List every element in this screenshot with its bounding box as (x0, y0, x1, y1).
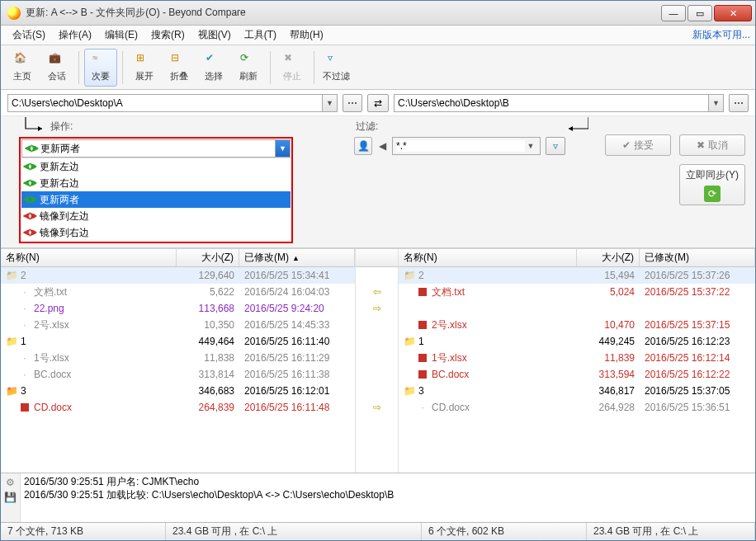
menu-tools[interactable]: 工具(T) (238, 26, 283, 44)
swap-button[interactable]: ⇄ (367, 94, 389, 112)
table-row[interactable]: 📁215,4942016/5/25 15:37:26 (399, 267, 755, 284)
table-row[interactable]: 📁1449,2452016/5/25 16:12:23 (399, 333, 755, 350)
right-browse-button[interactable]: ⋯ (729, 94, 749, 112)
table-row[interactable]: ·BC.docx313,8142016/5/25 16:11:38 (1, 366, 355, 383)
select-icon: ✔ (206, 52, 222, 68)
direction-indicator (356, 317, 398, 333)
tool-refresh[interactable]: ⟳刷新 (232, 49, 265, 87)
file-icon (417, 353, 428, 363)
tool-session[interactable]: 💼会话 (40, 49, 73, 87)
arrow-decoration (564, 117, 588, 135)
table-row[interactable]: 📁2129,6402016/5/25 15:34:41 (1, 267, 355, 284)
table-row[interactable]: ·22.png113,6682016/5/25 9:24:20 (1, 300, 355, 317)
arrows-icon: ⮜⮞ (23, 226, 36, 239)
dropdown-icon[interactable]: ▼ (323, 94, 338, 112)
arrows-icon: ⮜⮞ (23, 193, 36, 206)
right-path-field[interactable]: ▼ (394, 94, 724, 112)
wave-icon: ≈ (92, 52, 109, 68)
left-path-field[interactable]: ▼ (7, 94, 338, 112)
log-area: ⚙ 💾 2016/5/30 9:25:51 用户名: CJMKT\echo 20… (1, 473, 755, 522)
right-rows[interactable]: 📁215,4942016/5/25 15:37:26文档.txt5,024201… (399, 267, 755, 473)
maximize-button[interactable]: ▭ (687, 5, 712, 21)
file-icon: · (19, 320, 31, 330)
table-row[interactable]: ·2号.xlsx10,3502016/5/25 14:45:33 (1, 317, 355, 333)
new-version-link[interactable]: 新版本可用... (692, 28, 750, 42)
chevron-down-icon[interactable]: ▼ (275, 140, 290, 157)
left-browse-button[interactable]: ⋯ (343, 94, 362, 112)
status-left-disk: 23.4 GB 可用 , 在 C:\ 上 (166, 523, 422, 540)
table-row[interactable]: 📁1449,4642016/5/25 16:11:40 (1, 333, 355, 350)
status-left-files: 7 个文件, 713 KB (1, 523, 166, 540)
disk-icon[interactable]: 💾 (4, 492, 17, 503)
col-modified[interactable]: 已修改(M) (640, 249, 755, 266)
filter-input[interactable] (396, 140, 525, 152)
right-path-input[interactable] (394, 94, 709, 112)
tool-nofilter[interactable]: ▿不过滤 (319, 49, 352, 87)
col-modified[interactable]: 已修改(M)▲ (239, 249, 355, 266)
cancel-button[interactable]: ✖取消 (679, 134, 745, 156)
tool-select[interactable]: ✔选择 (197, 49, 230, 87)
lists-area: 名称(N) 大小(Z) 已修改(M)▲ 📁2129,6402016/5/25 1… (1, 248, 755, 473)
table-row[interactable]: 1号.xlsx11,8392016/5/25 16:12:14 (399, 350, 755, 366)
check-icon: ✔ (622, 139, 631, 151)
table-row[interactable]: BC.docx313,5942016/5/25 16:12:22 (399, 366, 755, 383)
left-pane: 名称(N) 大小(Z) 已修改(M)▲ 📁2129,6402016/5/25 1… (1, 249, 356, 473)
table-row[interactable] (399, 300, 755, 317)
tool-expand[interactable]: ⊞展开 (128, 49, 161, 87)
left-path-input[interactable] (7, 94, 323, 112)
sync-now-label: 立即同步(Y) (686, 168, 739, 182)
table-row[interactable]: CD.docx264,8392016/5/25 16:11:48 (1, 399, 355, 416)
close-button[interactable]: ✕ (714, 5, 752, 21)
separator (122, 51, 123, 84)
middle-pane: ⇦⇨⇨ (356, 249, 399, 473)
separator (270, 51, 271, 84)
col-name[interactable]: 名称(N) (399, 249, 577, 266)
x-icon: ✖ (697, 139, 705, 151)
menu-view[interactable]: 视图(V) (191, 26, 238, 44)
option-mirror-right[interactable]: ⮜⮞镜像到右边 (21, 224, 291, 241)
user-icon-button[interactable]: 👤 (354, 137, 372, 155)
minimize-button[interactable]: — (661, 5, 686, 21)
tool-home[interactable]: 🏠主页 (6, 49, 39, 87)
table-row[interactable]: 📁3346,8172016/5/25 15:37:05 (399, 383, 755, 399)
filter-input-box[interactable]: ▼ (392, 137, 541, 155)
menu-help[interactable]: 帮助(H) (283, 26, 330, 44)
menu-search[interactable]: 搜索(R) (144, 26, 191, 44)
col-size[interactable]: 大小(Z) (577, 249, 640, 266)
gear-icon[interactable]: ⚙ (6, 477, 15, 488)
action-combobox[interactable]: ⮜⮞ 更新两者 ▼ (21, 139, 291, 158)
log-lines[interactable]: 2016/5/30 9:25:51 用户名: CJMKT\echo 2016/5… (21, 473, 755, 522)
table-row[interactable]: 文档.txt5,0242016/5/25 15:37:22 (399, 284, 755, 300)
sync-now-button[interactable]: 立即同步(Y) ⟳ (679, 164, 745, 205)
tool-collapse[interactable]: ⊟折叠 (163, 49, 196, 87)
option-mirror-left[interactable]: ⮜⮞镜像到左边 (21, 208, 291, 224)
expand-icon: ⊞ (136, 52, 153, 68)
tool-secondary[interactable]: ≈次要 (84, 49, 117, 87)
file-icon: · (417, 402, 428, 412)
option-update-right[interactable]: ⮜⮞更新右边 (21, 175, 291, 191)
col-name[interactable]: 名称(N) (1, 249, 177, 266)
chevron-down-icon[interactable]: ▼ (525, 142, 536, 150)
swap-icon: ⇄ (374, 97, 382, 109)
table-row[interactable]: ·1号.xlsx11,8382016/5/25 16:11:29 (1, 350, 355, 366)
menu-session[interactable]: 会话(S) (6, 26, 52, 44)
left-rows[interactable]: 📁2129,6402016/5/25 15:34:41·文档.txt5,6222… (1, 267, 355, 473)
col-size[interactable]: 大小(Z) (177, 249, 239, 266)
table-row[interactable]: ·文档.txt5,6222016/5/24 16:04:03 (1, 284, 355, 300)
table-row[interactable]: ·CD.docx264,9282016/5/25 15:36:51 (399, 399, 755, 416)
table-row[interactable]: 📁3346,6832016/5/25 16:12:01 (1, 383, 355, 399)
menu-edit[interactable]: 编辑(E) (98, 26, 144, 44)
menu-action[interactable]: 操作(A) (52, 26, 98, 44)
table-row[interactable]: 2号.xlsx10,4702016/5/25 15:37:15 (399, 317, 755, 333)
file-icon (417, 369, 428, 379)
dropdown-icon[interactable]: ▼ (709, 94, 724, 112)
direction-indicator (356, 350, 398, 366)
option-update-left[interactable]: ⮜⮞更新左边 (21, 158, 291, 175)
file-icon: · (19, 353, 31, 363)
arrows-icon: ⮜⮞ (23, 160, 36, 173)
combo-selected: 更新两者 (40, 142, 275, 156)
accept-button[interactable]: ✔接受 (605, 134, 671, 156)
folder-icon: 📁 (6, 386, 17, 396)
filter-apply-button[interactable]: ▿ (546, 137, 565, 155)
option-update-both[interactable]: ⮜⮞更新两者 (21, 191, 291, 208)
